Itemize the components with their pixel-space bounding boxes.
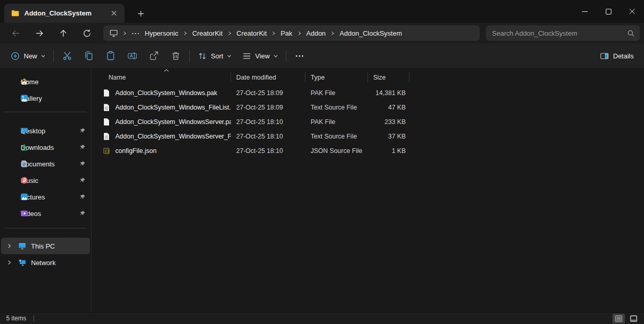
music-icon [20, 176, 28, 184]
file-rows: Addon_ClockSystem_Windows.pak 27-Oct-25 … [102, 86, 644, 158]
rename-button[interactable] [121, 47, 143, 65]
file-date: 27-Oct-25 18:09 [231, 104, 305, 111]
sidebar-separator [4, 112, 87, 112]
chevron-down-icon [273, 54, 278, 58]
chevron-right-icon [227, 31, 232, 36]
paste-icon [105, 51, 116, 61]
explorer-tab[interactable]: Addon_ClockSystem [4, 4, 125, 23]
sidebar-item-documents[interactable]: Documents [1, 156, 90, 172]
copy-button[interactable] [78, 47, 100, 65]
copy-icon [84, 51, 94, 61]
documents-icon [20, 160, 28, 168]
details-view-toggle[interactable] [612, 314, 625, 323]
this-pc-icon[interactable] [110, 29, 118, 37]
title-bar: Addon_ClockSystem [0, 0, 644, 23]
chevron-right-icon [183, 31, 188, 36]
file-name: Addon_ClockSystem_WindowsServer.pak [115, 118, 231, 126]
column-header-date-modified[interactable]: Date modified [231, 72, 305, 83]
window-controls [573, 0, 644, 23]
file-explorer-window: Addon_ClockSystem [0, 0, 644, 324]
forward-icon[interactable] [28, 25, 51, 41]
new-tab-button[interactable] [134, 7, 147, 20]
column-headers: Name Date modified Type Size [102, 71, 644, 84]
search-input[interactable] [492, 29, 627, 37]
new-button[interactable]: New [5, 47, 51, 65]
folder-icon [11, 9, 20, 18]
sidebar-item-music[interactable]: Music [1, 172, 90, 189]
sort-button[interactable]: Sort [192, 47, 237, 65]
thumbnail-view-toggle[interactable] [627, 314, 640, 323]
pictures-icon [20, 193, 28, 201]
sidebar-item-network[interactable]: Network [1, 254, 90, 271]
breadcrumb-segment[interactable]: Hypersonic [145, 29, 178, 37]
refresh-icon[interactable] [75, 25, 98, 41]
delete-button[interactable] [165, 47, 187, 65]
share-icon [149, 51, 159, 61]
table-row[interactable]: Addon_ClockSystem_Windows.pak 27-Oct-25 … [102, 86, 644, 100]
table-row[interactable]: Addon_ClockSystem_WindowsServer.pak 27-O… [102, 115, 644, 129]
breadcrumb-segment[interactable]: Addon [306, 29, 326, 37]
column-header-type[interactable]: Type [305, 72, 368, 83]
sidebar-item-desktop[interactable]: Desktop [1, 122, 90, 139]
desktop-icon [20, 127, 28, 135]
more-options-button[interactable] [289, 47, 311, 65]
file-list-pane: Name Date modified Type Size Addon_Clock… [91, 69, 644, 312]
thumbnail-view-icon [630, 315, 637, 322]
up-icon[interactable] [52, 25, 74, 41]
file-size: 47 KB [368, 104, 409, 111]
sidebar-item-pictures[interactable]: Pictures [1, 189, 90, 205]
table-row[interactable]: {} configFile.json 27-Oct-25 18:10 JSON … [102, 144, 644, 158]
breadcrumb-overflow[interactable]: ··· [132, 29, 140, 37]
pin-icon [79, 210, 86, 217]
sidebar-item-videos[interactable]: Videos [1, 205, 90, 222]
column-header-name[interactable]: Name [102, 72, 231, 83]
table-row[interactable]: Addon_ClockSystem_Windows_FileList.txt 2… [102, 100, 644, 115]
breadcrumb[interactable]: ··· Hypersonic CreatorKit CreatorKit Pak… [103, 25, 480, 41]
new-button-label: New [24, 52, 37, 60]
downloads-icon [20, 143, 28, 151]
details-pane-button[interactable]: Details [594, 47, 639, 65]
search-icon[interactable] [627, 29, 635, 37]
sidebar-item-this-pc[interactable]: This PC [1, 238, 90, 254]
chevron-down-icon [41, 54, 45, 58]
column-header-size[interactable]: Size [368, 72, 409, 83]
close-button[interactable] [620, 0, 644, 23]
sidebar-separator [4, 228, 87, 228]
toolbar-divider [286, 50, 286, 62]
breadcrumb-segment-current[interactable]: Addon_ClockSystem [340, 29, 402, 37]
file-date: 27-Oct-25 18:10 [231, 133, 305, 140]
share-button[interactable] [143, 47, 165, 65]
maximize-button[interactable] [596, 0, 620, 23]
cut-button[interactable] [56, 47, 78, 65]
chevron-expand-icon[interactable] [5, 260, 13, 265]
sort-button-label: Sort [211, 52, 223, 60]
breadcrumb-segment[interactable]: CreatorKit [192, 29, 223, 37]
sidebar-item-label: This PC [31, 242, 55, 250]
tab-close-icon[interactable] [107, 7, 120, 20]
search-box[interactable] [486, 25, 640, 41]
chevron-expand-icon[interactable] [5, 243, 13, 249]
file-type: Text Source File [305, 133, 368, 140]
sort-icon [197, 51, 207, 61]
back-icon[interactable] [4, 25, 27, 41]
sidebar-item-gallery[interactable]: Gallery [1, 90, 90, 106]
sidebar-item-downloads[interactable]: Downloads [1, 139, 90, 156]
breadcrumb-segment[interactable]: CreatorKit [237, 29, 267, 37]
file-type: Text Source File [305, 104, 368, 111]
view-button-label: View [255, 52, 270, 60]
status-divider [34, 315, 34, 322]
file-name: Addon_ClockSystem_Windows_FileList.txt [115, 104, 231, 111]
trash-icon [171, 51, 181, 61]
sort-ascending-icon [164, 69, 169, 72]
breadcrumb-segment[interactable]: Pak [281, 29, 292, 37]
chevron-down-icon [227, 54, 232, 58]
table-row[interactable]: Addon_ClockSystem_WindowsServer_Fil... 2… [102, 129, 644, 144]
sidebar-item-label: Network [31, 259, 56, 267]
minimize-button[interactable] [573, 0, 596, 23]
home-icon [20, 78, 28, 86]
view-button[interactable]: View [237, 47, 283, 65]
file-type: JSON Source File [305, 147, 368, 155]
paste-button[interactable] [100, 47, 121, 65]
sidebar-item-home[interactable]: Home [1, 73, 90, 90]
navigation-pane: Home Gallery Desktop [0, 69, 91, 312]
